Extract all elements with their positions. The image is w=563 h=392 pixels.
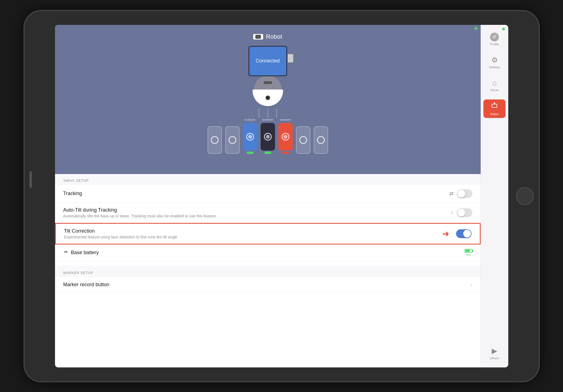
sidebar-item-robot[interactable]: Robot [483,99,506,118]
tilt-correction-subtitle: Experimental feature using face detectio… [64,235,442,239]
robot-title-text: Robot [266,33,282,40]
base-battery-title: Base battery [71,250,99,256]
marker-circle-6 [299,136,307,144]
marker-record-right: › [470,281,472,288]
home-icon: ⌂ [492,79,497,87]
tracking-toggle[interactable] [457,189,472,198]
connection-lines [259,109,277,117]
sidebar-item-profile[interactable]: IT Profile [483,30,506,48]
marker-body-3 [243,123,257,151]
auto-tilt-toggle[interactable] [457,208,472,217]
marker-inner-5 [284,135,287,139]
sidebar-library-label: Library [490,356,499,360]
dashed-line-1 [259,109,259,117]
robot-cable [288,54,293,62]
marker-record-row[interactable]: Marker record button › [55,277,481,293]
sidebar-settings-label: Settings [489,65,500,69]
marker-circle-4 [264,133,272,141]
battery-right: 73% [465,249,472,257]
base-battery-row: ☂ Base battery 73% [55,244,481,261]
marker-record-content: Marker record button [63,282,470,288]
tilt-correction-controls: ➜ [442,228,472,239]
marker-label-5: MARKER [280,119,291,121]
tracking-icon: ⇄ [449,191,454,197]
marker-body-4 [261,123,275,151]
marker-circle-2 [229,136,236,144]
list-item: MARKER [261,119,275,154]
auto-tilt-content: Auto-Tilt during Tracking Automatically … [63,207,451,218]
profile-icon: IT [490,33,499,41]
tilt-correction-content: Tilt Correction Experimental feature usi… [64,228,442,239]
marker-body-2 [225,126,240,154]
auto-tilt-title: Auto-Tilt during Tracking [63,207,451,213]
tablet-home-button[interactable] [516,187,534,205]
list-item [296,126,310,154]
battery-icon [465,249,472,253]
robot-area: Robot Connected [55,25,481,174]
marker-body-1 [208,126,222,154]
chevron-right-icon: › [470,281,472,288]
list-item [314,126,328,154]
robot-icon-display [253,34,263,40]
robot-connected-screen: Connected [248,46,287,76]
red-arrow-icon: ➜ [442,228,449,239]
dashed-line-2 [268,109,268,117]
list-item [208,126,222,154]
sidebar-profile-label: Profile [490,43,499,46]
marker-battery-5 [282,152,289,154]
marker-body-6 [296,126,310,154]
robot-title: Robot [253,33,282,40]
marker-label-4: MARKER [262,119,273,121]
robot-base-bottom [253,90,283,106]
sidebar-robot-label: Robot [490,112,498,116]
robot-device: Connected [248,46,287,76]
main-content: Robot Connected [55,25,481,367]
marker-circle-7 [317,136,325,144]
marker-battery-4 [265,152,271,154]
tablet-screen: Robot Connected [55,25,508,367]
robot-nav-icon [491,102,498,111]
dashed-line-3 [276,109,277,117]
connection-status-dot [475,27,477,30]
marker-inner-4 [266,135,270,139]
tracking-title: Tracking [63,191,449,196]
robot-base-dot [266,96,270,100]
svg-point-2 [494,102,495,104]
marker-inner-3 [248,135,252,139]
tablet-side-button [30,171,32,188]
sidebar-home-label: Home [490,88,498,92]
markers-row: MARKER MARKER [208,119,328,154]
marker-setup-header: MARKER SETUP [55,266,481,277]
auto-tilt-subtitle: Automatically tilts the base up or down.… [63,214,451,218]
tilt-correction-row: Tilt Correction Experimental feature usi… [55,223,481,244]
auto-tilt-toggle-knob [457,209,465,217]
list-item: MARKER [278,119,293,154]
library-icon: ▶ [492,347,497,355]
marker-circle-1 [211,136,219,144]
auto-tilt-icon: ↕ [451,210,454,215]
tilt-correction-toggle[interactable] [456,229,472,238]
tablet-frame: Robot Connected [25,11,539,381]
marker-label-3: MARKER [245,119,255,121]
sidebar-item-settings[interactable]: ⚙ Settings [483,54,506,71]
tilt-correction-toggle-knob [463,230,471,238]
base-icon: ☂ [63,249,68,256]
list-item [225,126,240,154]
auto-tilt-row: Auto-Tilt during Tracking Automatically … [55,203,481,223]
sidebar-status-dot [502,28,505,30]
marker-record-title: Marker record button [63,282,470,288]
battery-display: 73% [465,249,472,257]
tracking-toggle-knob [457,190,465,198]
auto-tilt-controls: ↕ [451,208,472,217]
sidebar-item-library[interactable]: ▶ Library [483,344,506,362]
battery-left: ☂ Base battery [63,249,465,256]
marker-circle-3 [246,133,254,141]
robot-base-top [254,76,282,90]
marker-body-7 [314,126,328,154]
robot-sensor [264,81,272,84]
sidebar-item-home[interactable]: ⌂ Home [483,77,506,94]
marker-body-5 [278,123,293,151]
sidebar: IT Profile ⚙ Settings ⌂ Home [481,25,508,367]
swivl-setup-header: SWIVL SETUP [55,173,481,185]
marker-circle-5 [282,133,289,141]
